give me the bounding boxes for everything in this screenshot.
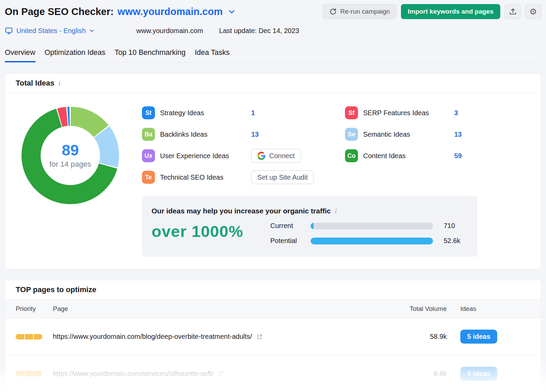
category-label: SERP Features Ideas [363, 109, 454, 117]
traffic-increase-highlight: over 1000% [152, 223, 270, 240]
idea-categories-right: SfSERP Features Ideas3SeSemantic Ideas13… [345, 106, 536, 192]
locale-label: United States - English [16, 27, 86, 35]
top-page-row: https://www.yourdomain.com/blog/deep-ove… [5, 318, 541, 355]
priority-cell [5, 334, 53, 340]
current-bar-track [311, 223, 433, 229]
tab-overview[interactable]: Overview [5, 45, 35, 62]
page-cell: https://www.yourdomain.com/services/silh… [53, 370, 406, 378]
campaign-domain-link[interactable]: www.yourdomain.com [117, 6, 222, 17]
priority-cell [5, 371, 53, 376]
category-count-link[interactable]: 13 [251, 131, 259, 138]
info-icon[interactable]: i [335, 208, 337, 215]
backlinks-ideas-badge-icon: Ba [142, 128, 155, 141]
tab-optimization-ideas[interactable]: Optimization Ideas [45, 45, 105, 62]
serp-features-ideas-badge-icon: Sf [345, 106, 358, 119]
category-label: Strategy Ideas [160, 109, 251, 117]
campaign-chevron-down-icon[interactable] [228, 8, 235, 15]
total-volume-value: 58.9k [406, 333, 447, 341]
idea-categories-left: StStrategy Ideas1BaBacklinks Ideas13UxUs… [142, 106, 345, 192]
category-count-link[interactable]: 59 [454, 152, 462, 160]
external-link-icon[interactable] [257, 334, 263, 340]
current-bar-fill [311, 223, 314, 229]
locale-selector[interactable]: United States - English [5, 27, 95, 35]
priority-bar [34, 334, 42, 340]
header-actions: Re-run campaign Import keywords and page… [323, 4, 541, 19]
top-page-row: https://www.yourdomain.com/services/silh… [5, 355, 541, 392]
page-cell: https://www.yourdomain.com/blog/deep-ove… [53, 333, 406, 341]
column-priority: Priority [5, 305, 53, 313]
button-label: Set up Site Audit [257, 174, 308, 181]
priority-bar [34, 371, 42, 376]
page-title: On Page SEO Checker: www.yourdomain.com [5, 6, 222, 17]
potential-traffic-row: Potential 52.6k [270, 237, 468, 245]
priority-bar [16, 371, 24, 376]
campaign-domain-text: www.yourdomain.com [136, 27, 203, 35]
priority-bar [16, 334, 24, 340]
top-pages-table-body: https://www.yourdomain.com/blog/deep-ove… [5, 318, 541, 392]
idea-category-row-user-experience-ideas: UxUser Experience IdeasConnect [142, 149, 345, 163]
column-ideas: Ideas [447, 305, 541, 313]
total-ideas-header: Total Ideas i [5, 74, 541, 93]
page-url-link[interactable]: https://www.yourdomain.com/blog/deep-ove… [53, 333, 252, 341]
info-icon[interactable]: i [58, 80, 60, 87]
tab-idea-tasks[interactable]: Idea Tasks [195, 45, 230, 62]
potential-value: 52.6k [444, 237, 468, 245]
google-icon [257, 152, 265, 160]
top-pages-title: TOP pages to optimize [16, 285, 96, 294]
organic-traffic-box: Our ideas may help you increase your org… [142, 196, 477, 257]
rerun-campaign-button[interactable]: Re-run campaign [323, 4, 397, 19]
priority-bar [25, 334, 33, 340]
priority-indicator [16, 334, 42, 340]
ideas-cell: 5 ideas [447, 330, 541, 344]
monitor-icon [5, 27, 13, 35]
category-count-link[interactable]: 13 [454, 131, 462, 138]
google-connect-button[interactable]: Connect [251, 149, 301, 163]
potential-bar-fill [311, 238, 433, 244]
technical-seo-ideas-badge-icon: Te [142, 171, 155, 184]
ideas-donut-chart: 89 for 14 pages [21, 106, 120, 205]
export-button[interactable] [505, 4, 521, 19]
category-label: Semantic Ideas [363, 131, 454, 138]
tab-top-10-benchmarking[interactable]: Top 10 Benchmarking [115, 45, 186, 62]
external-link-icon[interactable] [218, 371, 224, 377]
potential-label: Potential [270, 237, 311, 245]
current-label: Current [270, 222, 311, 230]
last-update-text: Last update: Dec 14, 2023 [219, 27, 299, 35]
ideas-count-button[interactable]: 9 ideas [460, 367, 497, 381]
button-label: Connect [269, 152, 295, 160]
total-ideas-body: 89 for 14 pages StStrategy Ideas1BaBackl… [5, 93, 541, 269]
import-keywords-button[interactable]: Import keywords and pages [401, 4, 500, 19]
category-count-link[interactable]: 1 [251, 109, 255, 117]
column-page: Page [53, 305, 406, 313]
traffic-box-title: Our ideas may help you increase your org… [152, 207, 331, 215]
category-count-link[interactable]: 3 [454, 109, 458, 117]
user-experience-ideas-badge-icon: Ux [142, 149, 155, 162]
top-pages-card: TOP pages to optimize Priority Page Tota… [5, 280, 541, 392]
rerun-campaign-label: Re-run campaign [340, 8, 390, 15]
idea-category-row-strategy-ideas: StStrategy Ideas1 [142, 106, 345, 120]
header: On Page SEO Checker: www.yourdomain.com … [5, 0, 541, 19]
locale-chevron-down-icon [89, 28, 95, 33]
current-value: 710 [444, 222, 468, 230]
priority-bar [25, 371, 33, 376]
strategy-ideas-badge-icon: St [142, 106, 155, 119]
refresh-icon [329, 8, 337, 15]
ideas-count-button[interactable]: 5 ideas [460, 330, 497, 344]
idea-category-row-technical-seo-ideas: TeTechnical SEO IdeasSet up Site Audit [142, 170, 345, 184]
donut-svg [21, 106, 120, 205]
content-ideas-badge-icon: Co [345, 149, 358, 162]
category-label: User Experience Ideas [160, 152, 251, 160]
gear-icon: ⚙ [529, 7, 537, 17]
page-url-link[interactable]: https://www.yourdomain.com/services/silh… [53, 370, 213, 378]
idea-categories: StStrategy Ideas1BaBacklinks Ideas13UxUs… [142, 106, 531, 192]
set-up-site-audit-button[interactable]: Set up Site Audit [251, 170, 314, 184]
total-ideas-title: Total Ideas [16, 79, 54, 88]
on-page-seo-checker-page: On Page SEO Checker: www.yourdomain.com … [0, 0, 546, 392]
top-pages-table-header: Priority Page Total Volume Ideas [5, 300, 541, 318]
page-title-text: On Page SEO Checker: [5, 6, 114, 17]
idea-category-row-serp-features-ideas: SfSERP Features Ideas3 [345, 106, 536, 120]
total-volume-value: 6.6k [406, 370, 447, 378]
potential-bar-track [311, 238, 433, 244]
report-tabs: OverviewOptimization IdeasTop 10 Benchma… [5, 45, 541, 63]
settings-button[interactable]: ⚙ [525, 4, 541, 19]
